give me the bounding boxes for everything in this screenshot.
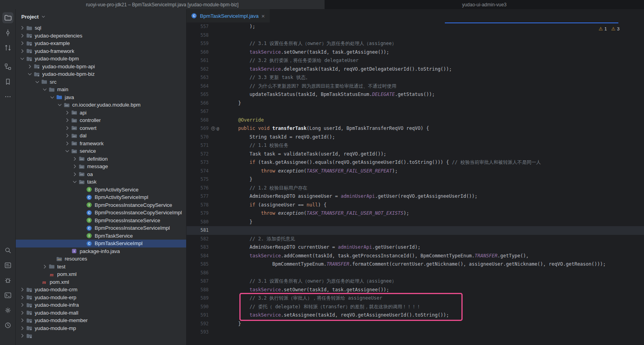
tree-item[interactable]: cn.iocoder.yudao.module.bpm [16,101,186,109]
code-line[interactable]: 571 // 1.1 校验任务 [187,141,644,150]
services-icon[interactable] [2,305,13,316]
tree-item[interactable]: mpom.xml [16,278,186,286]
tree-item[interactable]: controller [16,116,186,124]
code-line[interactable]: 568 @Override [187,116,644,125]
line-number[interactable]: 587 [187,277,209,286]
problems-icon[interactable] [2,275,13,286]
tree-item[interactable]: mpom.xml [16,270,186,278]
code-line[interactable]: 569@ public void transferTask(Long userI… [187,124,644,133]
todo-icon[interactable] [2,260,13,271]
code-line[interactable]: 567 [187,107,644,116]
code-line[interactable]: 557 ); [187,22,644,31]
chevron-right-icon[interactable] [64,109,71,116]
tree-item[interactable]: ipackage-info.java [16,248,186,255]
tree-item[interactable]: IBpmActivityService [16,186,186,194]
chevron-right-icon[interactable] [19,294,26,301]
line-number[interactable]: 570 [187,133,209,142]
code-line[interactable]: 561 // 3.2 执行委派，将任务委派给 delegateUser [187,56,644,65]
code-line[interactable]: 587 // 3.1 设置任务所有人（owner）为原任务的处理人（assign… [187,277,644,286]
code-line[interactable]: 583 AdminUserRespDTO currentUser = admin… [187,243,644,252]
tree-item[interactable] [16,332,186,340]
code-line[interactable]: 579 throw exception(TASK_TRANSFER_FAIL_U… [187,209,644,218]
tree-item[interactable]: src [16,78,186,86]
line-number[interactable]: 592 [187,320,209,328]
line-number[interactable]: 577 [187,192,209,201]
tree-item[interactable]: yudao-example [16,39,186,47]
tree-item[interactable]: CBpmProcessInstanceCopyServiceImpl [16,209,186,217]
chevron-down-icon[interactable] [34,79,41,85]
line-number[interactable]: 562 [187,65,209,74]
line-number[interactable]: 563 [187,73,209,82]
tree-item[interactable]: test [16,263,186,271]
line-number[interactable]: 561 [187,56,209,65]
code-line[interactable]: 576 // 1.2 校验目标用户存在 [187,184,644,193]
code-line[interactable]: 566 } [187,99,644,108]
inspection-item[interactable]: ⚠1 [599,26,607,32]
line-number[interactable]: 567 [187,107,209,116]
tree-item[interactable]: main [16,86,186,94]
tree-item[interactable]: oa [16,171,186,178]
line-number[interactable]: 572 [187,150,209,159]
chevron-down-icon[interactable] [41,86,48,93]
project-icon[interactable] [2,12,13,23]
code-line[interactable]: 584 taskService.addComment(taskId, task.… [187,252,644,261]
tree-item[interactable]: framework [16,140,186,148]
line-number[interactable]: 588 [187,286,209,294]
chevron-right-icon[interactable] [26,63,33,70]
tree-item[interactable]: IBpmTaskService [16,232,186,240]
code-line[interactable]: 570 String taskId = reqVO.getId(); [187,133,644,142]
chevron-down-icon[interactable] [19,55,26,62]
structure-icon[interactable] [2,61,13,72]
code-line[interactable]: 562 taskService.delegateTask(taskId, req… [187,65,644,74]
tree-item[interactable]: yudao-module-member [16,317,186,324]
code-line[interactable]: 559 // 3.1 设置任务所有人（owner）为原任务的处理人（assign… [187,39,644,48]
line-number[interactable]: 571 [187,141,209,150]
code-line[interactable]: 575 } [187,175,644,184]
pull-requests-icon[interactable] [2,42,13,53]
chevron-right-icon[interactable] [41,263,48,270]
chevron-right-icon[interactable] [64,140,71,147]
chevron-right-icon[interactable] [64,125,71,131]
code-line[interactable]: 580 } [187,218,644,227]
tree-item[interactable]: CBpmActivityServiceImpl [16,193,186,201]
code-area[interactable]: ⚠1⚠3 557 );558559 // 3.1 设置任务所有人（owner）为… [187,22,644,345]
tree-item[interactable]: IBpmProcessInstanceCopyService [16,201,186,209]
tree-item[interactable]: task [16,178,186,186]
code-line[interactable]: 574 throw exception(TASK_TRANSFER_FAIL_U… [187,167,644,176]
line-number[interactable]: 579 [187,209,209,218]
line-number[interactable]: 581 [187,226,209,235]
line-number[interactable]: 564 [187,82,209,91]
code-line[interactable]: 591 taskService.setAssignee(taskId, reqV… [187,311,644,320]
chevron-right-icon[interactable] [19,32,26,39]
search-icon[interactable] [2,245,13,256]
chevron-right-icon[interactable] [19,309,26,316]
chevron-right-icon[interactable] [19,317,26,324]
chevron-right-icon[interactable] [19,302,26,308]
tree-item[interactable]: api [16,109,186,117]
chevron-right-icon[interactable] [71,156,78,162]
line-number[interactable]: 576 [187,184,209,193]
code-line[interactable]: 565 updateTaskStatus(taskId, BpmTaskStat… [187,90,644,99]
chevron-right-icon[interactable] [19,325,26,332]
tree-item[interactable]: yudao-module-infra [16,301,186,309]
code-line[interactable]: 558 [187,31,644,40]
code-line[interactable]: 560 taskService.setOwner(taskId, task.ge… [187,48,644,57]
chevron-right-icon[interactable] [19,40,26,47]
tree-item[interactable]: sql [16,24,186,32]
chevron-down-icon[interactable] [26,71,33,77]
tree-item[interactable]: yudao-module-erp [16,294,186,302]
inspection-item[interactable]: ⚠3 [611,26,620,32]
chevron-right-icon[interactable] [19,286,26,293]
line-number[interactable]: 558 [187,31,209,40]
chevron-down-icon[interactable] [49,94,56,101]
line-number[interactable]: 589 [187,294,209,303]
chevron-right-icon[interactable] [71,163,78,170]
line-number[interactable]: 583 [187,243,209,252]
chevron-right-icon[interactable] [71,171,78,178]
code-line[interactable]: 590 // 委托（ delegate) 和转派（transfer）的差别，就在… [187,303,644,311]
tree-item[interactable]: definition [16,155,186,163]
chevron-right-icon[interactable] [19,332,26,339]
tree-item[interactable]: yudao-dependencies [16,32,186,40]
code-line[interactable]: 582 // 2. 添加委托意见 [187,235,644,244]
close-icon[interactable]: × [261,13,265,19]
